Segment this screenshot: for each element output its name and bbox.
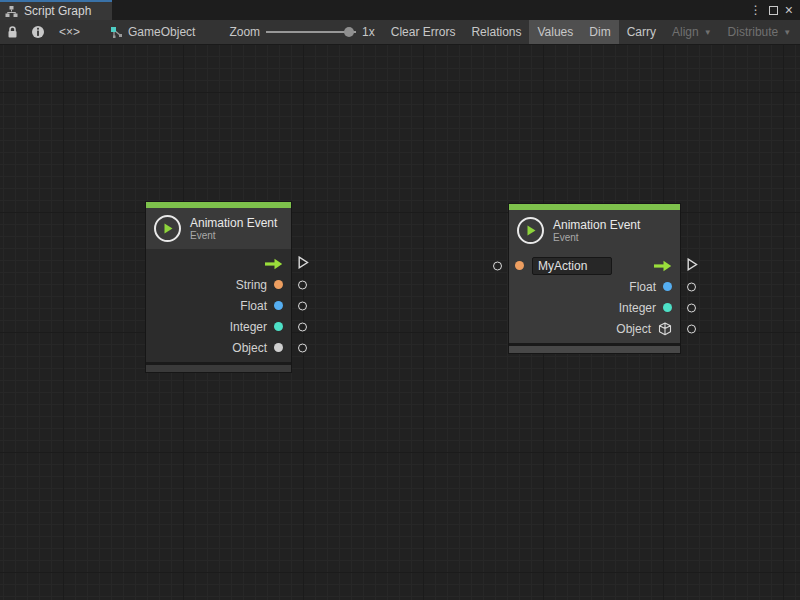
object-output-port[interactable]: [298, 343, 307, 352]
node-animation-event-2[interactable]: Animation Event Event: [508, 203, 681, 354]
node-title: Animation Event: [190, 216, 277, 230]
output-row-float: Float: [146, 295, 291, 316]
port-label: Object: [232, 341, 267, 355]
code-preview-toggle[interactable]: <×>: [51, 20, 88, 44]
relations-button[interactable]: Relations: [463, 20, 529, 44]
zoom-control: Zoom 1x: [221, 20, 382, 44]
graph-canvas[interactable]: Animation Event Event: [0, 45, 800, 600]
tab-script-graph[interactable]: Script Graph: [0, 0, 112, 20]
port-label: Float: [629, 280, 656, 294]
integer-output-port[interactable]: [687, 303, 696, 312]
carry-button[interactable]: Carry: [619, 20, 664, 44]
node-subtitle: Event: [190, 230, 277, 242]
chevron-down-icon: ▼: [704, 28, 712, 37]
align-label: Align: [672, 25, 699, 39]
float-output-port[interactable]: [298, 301, 307, 310]
zoom-value: 1x: [362, 25, 375, 39]
titlebar: Script Graph ⋮ ×: [0, 0, 800, 20]
port-label: Object: [616, 322, 651, 336]
output-row-object: Object: [509, 318, 680, 339]
zoom-slider[interactable]: [266, 26, 356, 38]
zoom-slider-track: [266, 31, 356, 33]
event-name-input[interactable]: [532, 257, 612, 275]
node-title: Animation Event: [553, 218, 640, 232]
port-label: String: [236, 278, 267, 292]
string-type-dot: [515, 261, 524, 270]
zoom-slider-handle[interactable]: [344, 27, 354, 37]
lock-button[interactable]: [0, 20, 25, 44]
chevron-down-icon: ▼: [783, 28, 791, 37]
flow-output-row: [146, 253, 291, 274]
port-label: Integer: [619, 301, 656, 315]
align-dropdown[interactable]: Align ▼: [664, 20, 720, 44]
string-type-dot: [274, 280, 283, 289]
object-type-dot: [274, 343, 283, 352]
output-row-object: Object: [146, 337, 291, 358]
gameobject-context[interactable]: GameObject: [102, 20, 203, 44]
output-row-float: Float: [509, 276, 680, 297]
output-row-integer: Integer: [146, 316, 291, 337]
maximize-icon[interactable]: [769, 6, 778, 15]
port-label: Integer: [230, 320, 267, 334]
integer-output-port[interactable]: [298, 322, 307, 331]
node-body: String Float Integer Object: [146, 249, 291, 362]
output-row-integer: Integer: [509, 297, 680, 318]
node-footer: [509, 343, 680, 353]
graph-icon: [5, 5, 18, 18]
window-controls: ⋮ ×: [750, 0, 800, 20]
tab-label: Script Graph: [24, 4, 91, 18]
flow-output-port[interactable]: [298, 255, 309, 273]
integer-type-dot: [274, 322, 283, 331]
gameobject-graph-icon: [110, 26, 123, 39]
event-play-icon: [154, 215, 181, 242]
lock-icon: [6, 25, 19, 39]
distribute-dropdown[interactable]: Distribute ▼: [720, 20, 800, 44]
integer-type-dot: [663, 303, 672, 312]
output-row-string: String: [146, 274, 291, 295]
port-label: Float: [240, 299, 267, 313]
node-animation-event-1[interactable]: Animation Event Event: [145, 201, 292, 373]
object-output-port[interactable]: [687, 324, 696, 333]
float-output-port[interactable]: [687, 282, 696, 291]
string-output-port[interactable]: [298, 280, 307, 289]
float-type-dot: [274, 301, 283, 310]
dim-button[interactable]: Dim: [581, 20, 618, 44]
float-type-dot: [663, 282, 672, 291]
flow-arrow-icon: [654, 260, 672, 272]
zoom-label: Zoom: [229, 25, 260, 39]
info-button[interactable]: [25, 20, 51, 44]
flow-arrow-icon: [265, 258, 283, 270]
script-graph-window: Script Graph ⋮ × <×>: [0, 0, 800, 600]
close-icon[interactable]: ×: [785, 3, 793, 17]
flow-output-port[interactable]: [687, 257, 698, 275]
toolbar: <×> GameObject Zoom 1x Clear Errors Rela…: [0, 20, 800, 45]
window-menu-icon[interactable]: ⋮: [750, 4, 762, 16]
gameobject-label: GameObject: [128, 25, 195, 39]
values-button[interactable]: Values: [529, 20, 581, 44]
node-header[interactable]: Animation Event Event: [509, 210, 680, 251]
name-input-port[interactable]: [493, 261, 502, 270]
clear-errors-button[interactable]: Clear Errors: [383, 20, 464, 44]
name-input-row: [509, 255, 680, 276]
node-header[interactable]: Animation Event Event: [146, 208, 291, 249]
node-subtitle: Event: [553, 232, 640, 244]
distribute-label: Distribute: [728, 25, 779, 39]
node-body: Float Integer Object: [509, 251, 680, 343]
event-play-icon: [517, 217, 544, 244]
info-icon: [31, 25, 45, 39]
cube-icon: [658, 322, 672, 336]
node-footer: [146, 362, 291, 372]
